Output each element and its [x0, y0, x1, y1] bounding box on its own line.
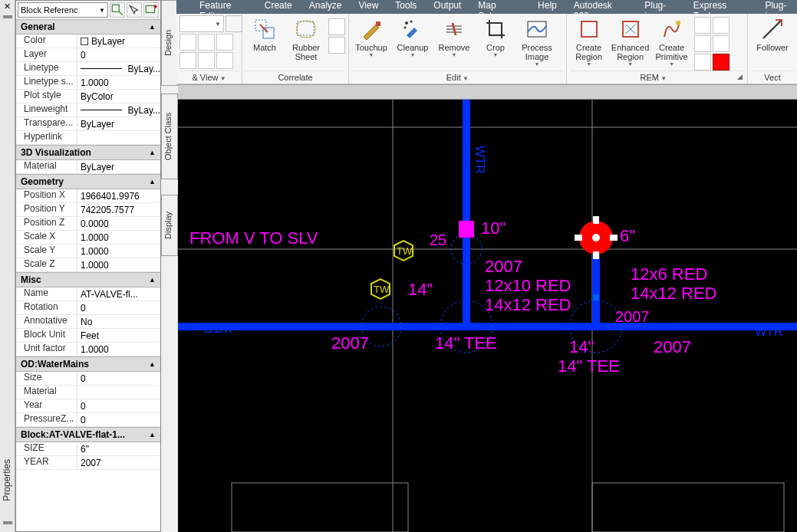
property-value[interactable]: 1.0000 — [77, 343, 160, 356]
rem-tool-4[interactable] — [713, 35, 729, 52]
view-tool-4[interactable] — [179, 52, 196, 69]
create-primitive-button[interactable]: Create Primitive — [653, 15, 691, 67]
property-value[interactable]: ByLayer — [77, 117, 160, 130]
correlate-tool-1[interactable] — [328, 18, 345, 35]
property-value[interactable]: 1.0000 — [77, 231, 160, 244]
drawing-canvas[interactable]: TW TW FROM V TO SLV 25 10" 6" 2007 12x10… — [178, 100, 797, 532]
property-row[interactable]: SIZE6" — [16, 442, 160, 456]
toggle-pickadd-button[interactable] — [143, 2, 159, 18]
object-type-selector[interactable]: Block Referenc — [18, 2, 108, 18]
property-row[interactable]: PressureZ...0 — [16, 413, 160, 427]
property-value[interactable]: 0 — [77, 301, 160, 314]
rem-tool-1[interactable] — [694, 17, 711, 34]
property-row[interactable]: NameAT-VALVE-fl... — [16, 287, 160, 301]
section-misc[interactable]: Misc▲ — [16, 272, 160, 287]
correlate-tool-2[interactable] — [328, 37, 345, 54]
section-general[interactable]: General▲ — [16, 19, 160, 34]
property-row[interactable]: Block UnitFeet — [16, 329, 160, 343]
tab-display[interactable]: Display — [161, 195, 178, 256]
menu-handle-icon[interactable] — [3, 521, 12, 524]
section-geometry[interactable]: Geometry▲ — [16, 174, 160, 189]
property-row[interactable]: Size0 — [16, 372, 160, 386]
process-image-button[interactable]: Process Image — [518, 15, 556, 67]
quick-select-button[interactable] — [110, 2, 125, 18]
create-region-button[interactable]: Create Region — [570, 15, 608, 67]
tab-object-class[interactable]: Object Class — [161, 94, 178, 179]
section-od-watermains[interactable]: OD:WaterMains▲ — [16, 356, 160, 372]
property-value[interactable] — [77, 386, 160, 399]
touchup-button[interactable]: Touchup — [352, 15, 390, 57]
rem-tool-3[interactable] — [694, 35, 711, 52]
property-value[interactable]: No — [77, 315, 160, 328]
property-value[interactable] — [77, 131, 160, 144]
property-value[interactable]: ByLay... — [77, 62, 160, 75]
property-row[interactable]: Linetype s...1.0000 — [16, 76, 160, 90]
property-row[interactable]: Scale Y1.0000 — [16, 245, 160, 258]
select-objects-button[interactable] — [127, 2, 142, 18]
crop-button[interactable]: Crop — [476, 15, 515, 57]
property-value[interactable]: ByLayer — [77, 160, 160, 173]
property-row[interactable]: Scale X1.0000 — [16, 231, 160, 245]
property-row[interactable]: LineweightByLay... — [16, 103, 160, 117]
panel-label-view[interactable]: & View — [192, 73, 226, 82]
property-row[interactable]: Material — [16, 386, 160, 399]
property-row[interactable]: Hyperlink — [16, 131, 160, 145]
property-row[interactable]: MaterialByLayer — [16, 160, 160, 174]
property-row[interactable]: Position Z0.0000 — [16, 217, 160, 231]
follower-button[interactable]: Follower — [751, 15, 794, 52]
rem-tool-5[interactable] — [694, 54, 711, 71]
property-value[interactable]: ByLay... — [77, 103, 160, 117]
remove-button[interactable]: Remove — [435, 15, 473, 57]
property-value[interactable]: 0 — [77, 48, 160, 61]
tab-design[interactable]: Design — [161, 0, 178, 86]
panel-label-edit[interactable]: Edit — [446, 73, 469, 82]
property-value[interactable]: 1.0000 — [77, 258, 160, 271]
property-row[interactable]: Position Y742205.7577 — [16, 203, 160, 217]
view-tool-6[interactable] — [216, 52, 233, 69]
property-row[interactable]: Unit factor1.0000 — [16, 343, 160, 356]
property-value[interactable]: 2007 — [77, 456, 160, 469]
property-row[interactable]: YEAR2007 — [16, 456, 160, 470]
panel-label-rem[interactable]: REM — [641, 73, 667, 82]
property-value[interactable]: 0 — [77, 399, 160, 412]
menu-analyze[interactable]: Analyze — [309, 0, 342, 11]
property-value[interactable]: AT-VALVE-fl... — [77, 287, 160, 300]
property-value[interactable]: Feet — [77, 329, 160, 342]
property-value[interactable]: 1.0000 — [77, 245, 160, 258]
section-block[interactable]: Block:AT-VALVE-flat-1...▲ — [16, 427, 160, 442]
property-value[interactable]: 0 — [77, 413, 160, 426]
menu-create[interactable]: Create — [265, 0, 292, 11]
property-row[interactable]: Layer0 — [16, 48, 160, 62]
property-value[interactable]: 742205.7577 — [77, 203, 160, 216]
view-tool-3[interactable] — [216, 34, 233, 51]
menu-tools[interactable]: Tools — [395, 0, 417, 11]
rubber-sheet-button[interactable]: Rubber Sheet — [287, 15, 325, 61]
property-row[interactable]: Year0 — [16, 399, 160, 413]
property-row[interactable]: LinetypeByLay... — [16, 62, 160, 76]
property-row[interactable]: Plot styleByColor — [16, 90, 160, 103]
property-value[interactable]: 6" — [77, 442, 160, 455]
section-3d-visualization[interactable]: 3D Visualization▲ — [16, 145, 160, 160]
match-button[interactable]: Match — [245, 15, 284, 52]
property-row[interactable]: Scale Z1.0000 — [16, 258, 160, 272]
property-value[interactable]: ByColor — [77, 90, 160, 103]
cleanup-button[interactable]: Cleanup — [394, 15, 432, 57]
property-row[interactable]: AnnotativeNo — [16, 315, 160, 329]
property-row[interactable]: ColorByLayer — [16, 34, 160, 48]
view-tool-1[interactable] — [179, 34, 196, 51]
property-value[interactable]: 1.0000 — [77, 76, 160, 89]
rem-color-swatch[interactable] — [713, 54, 729, 71]
menu-help[interactable]: Help — [538, 0, 557, 11]
property-row[interactable]: Transpare...ByLayer — [16, 117, 160, 131]
property-value[interactable]: ByLayer — [77, 34, 160, 48]
enhanced-region-button[interactable]: Enhanced Region — [611, 15, 650, 67]
layer-button[interactable] — [226, 15, 242, 32]
menu-output[interactable]: Output — [433, 0, 461, 11]
property-value[interactable]: 1966401.9976 — [77, 189, 160, 202]
property-row[interactable]: Rotation0 — [16, 301, 160, 315]
drag-handle-icon[interactable] — [3, 15, 12, 18]
property-value[interactable]: 0.0000 — [77, 217, 160, 230]
close-icon[interactable]: ✕ — [0, 0, 15, 11]
menu-view[interactable]: View — [359, 0, 379, 11]
property-value[interactable]: 0 — [77, 372, 160, 385]
